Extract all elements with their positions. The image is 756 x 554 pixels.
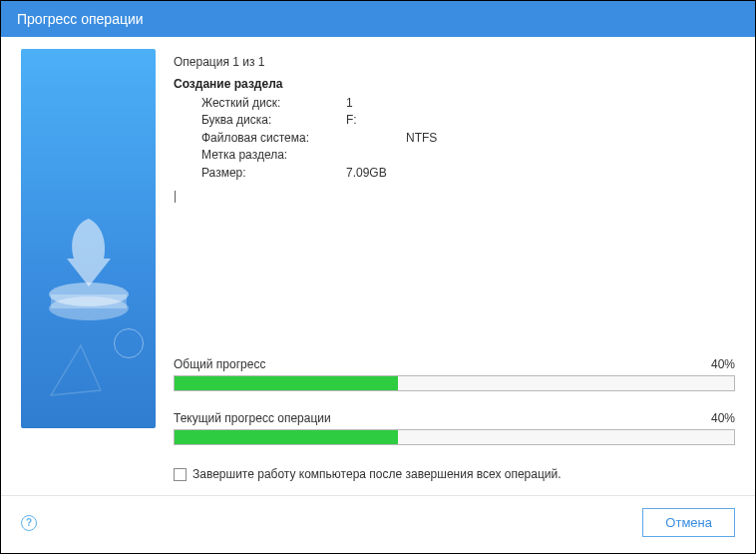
detail-value: F:: [346, 112, 357, 129]
overall-progress-label: Общий прогресс: [174, 357, 265, 371]
detail-disk: Жесткий диск: 1: [201, 95, 735, 112]
detail-size: Размер: 7.09GB: [201, 165, 735, 182]
current-progress-label: Текущий прогресс операции: [174, 411, 331, 425]
overall-progress-percent: 40%: [711, 357, 735, 371]
detail-value: 1: [346, 95, 353, 112]
side-illustration: [21, 49, 156, 428]
window-title: Прогресс операции: [17, 11, 144, 27]
detail-value: 7.09GB: [346, 165, 387, 182]
overall-progress-section: Общий прогресс 40%: [174, 357, 735, 403]
svg-marker-3: [51, 345, 101, 395]
footer: ? Отмена: [1, 495, 755, 553]
shutdown-checkbox-label: Завершите работу компьютера после заверш…: [192, 467, 562, 481]
svg-point-2: [49, 282, 129, 306]
detail-label: Размер:: [201, 165, 346, 182]
cancel-button[interactable]: Отмена: [642, 508, 735, 537]
detail-value: NTFS: [406, 130, 437, 147]
overall-progress-bar: [174, 375, 735, 391]
current-progress-fill: [175, 430, 398, 444]
current-progress-bar: [174, 429, 735, 445]
detail-label: Метка раздела:: [201, 147, 346, 164]
spacer: [174, 205, 735, 349]
operation-counter: Операция 1 из 1: [174, 55, 735, 69]
main-area: Операция 1 из 1 Создание раздела Жесткий…: [1, 37, 755, 481]
operation-details: Жесткий диск: 1 Буква диска: F: Файловая…: [174, 95, 735, 205]
text-cursor: |: [174, 188, 735, 205]
overall-progress-fill: [175, 376, 398, 390]
titlebar: Прогресс операции: [1, 1, 755, 37]
download-drive-icon: [39, 209, 139, 328]
circle-decoration-icon: [114, 328, 144, 358]
help-icon[interactable]: ?: [21, 515, 37, 531]
detail-label: Буква диска:: [201, 112, 346, 129]
help-glyph: ?: [26, 517, 32, 528]
detail-label: Файловая система:: [201, 130, 406, 147]
triangle-decoration-icon: [41, 335, 111, 408]
operation-content: Операция 1 из 1 Создание раздела Жесткий…: [174, 49, 735, 481]
detail-volume-label: Метка раздела:: [201, 147, 735, 164]
shutdown-checkbox[interactable]: [174, 468, 187, 481]
operation-heading: Создание раздела: [174, 77, 735, 91]
shutdown-checkbox-row[interactable]: Завершите работу компьютера после заверш…: [174, 467, 735, 481]
detail-letter: Буква диска: F:: [201, 112, 735, 129]
detail-label: Жесткий диск:: [201, 95, 346, 112]
current-progress-section: Текущий прогресс операции 40%: [174, 411, 735, 457]
detail-filesystem: Файловая система: NTFS: [201, 130, 735, 147]
current-progress-percent: 40%: [711, 411, 735, 425]
